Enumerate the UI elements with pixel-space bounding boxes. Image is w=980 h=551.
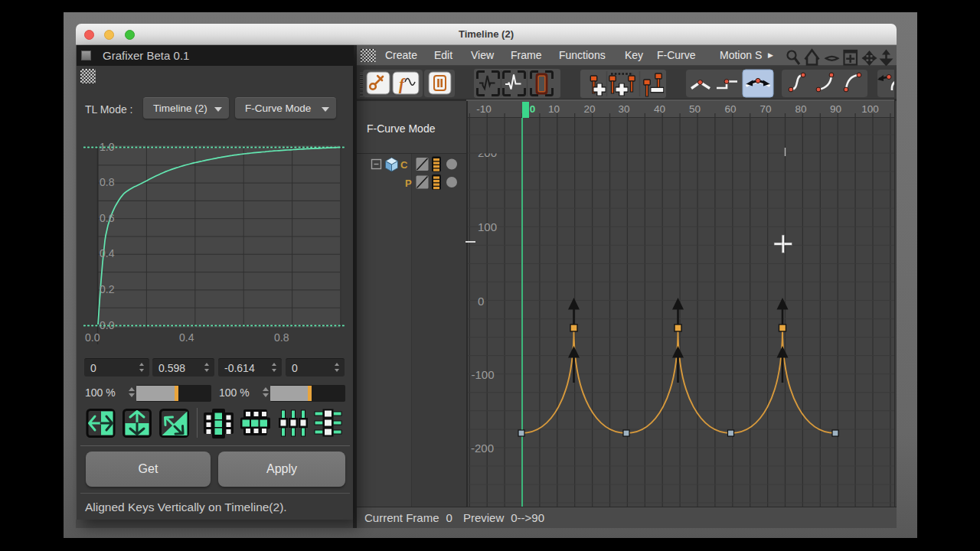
svg-text:C: C (400, 159, 408, 171)
svg-text:P: P (405, 178, 412, 189)
